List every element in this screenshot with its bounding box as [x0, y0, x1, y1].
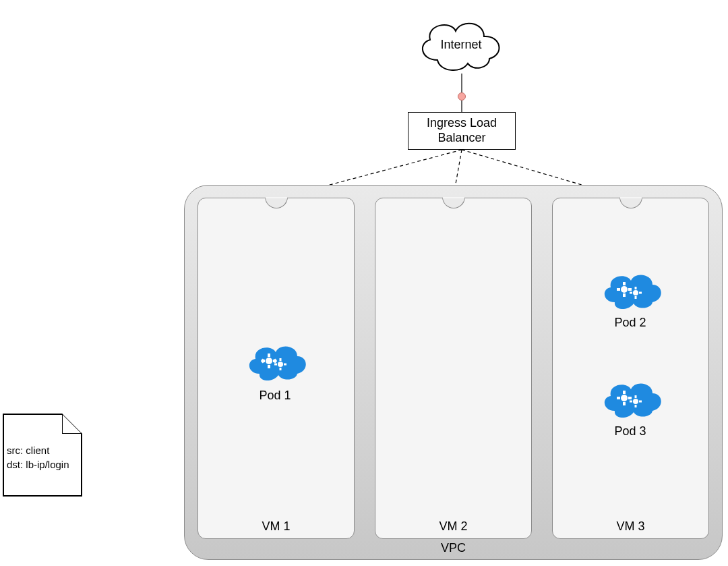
svg-rect-28 [639, 292, 642, 294]
pod-2-cloud-icon [599, 270, 662, 309]
svg-rect-37 [630, 401, 632, 403]
svg-rect-33 [628, 397, 632, 399]
svg-point-14 [278, 362, 283, 367]
svg-rect-22 [617, 288, 620, 291]
packet-note: src: client dst: lb-ip/login [3, 414, 82, 497]
svg-rect-16 [280, 368, 282, 370]
svg-rect-6 [268, 353, 270, 357]
vm-2-label: VM 2 [375, 519, 532, 559]
svg-rect-35 [635, 395, 637, 398]
svg-point-29 [621, 395, 628, 401]
svg-rect-25 [635, 287, 637, 289]
svg-point-19 [621, 286, 628, 293]
svg-rect-27 [630, 292, 632, 294]
vm-notch [265, 197, 288, 208]
pod-3-cloud-icon [599, 378, 662, 418]
note-line-2: dst: lb-ip/login [7, 457, 77, 472]
svg-rect-17 [274, 364, 277, 366]
svg-rect-15 [280, 358, 282, 361]
vm-1-label: VM 1 [198, 519, 355, 559]
pod-3-label: Pod 3 [597, 424, 664, 438]
svg-rect-7 [268, 365, 270, 368]
svg-point-24 [633, 290, 638, 295]
vm-notch [442, 197, 465, 208]
pod-1-cloud-icon [243, 341, 307, 380]
vm-3-label: VM 3 [552, 519, 709, 559]
note-line-1: src: client [7, 443, 77, 457]
ingress-load-balancer-label: Ingress Load Balancer [427, 116, 497, 145]
vm-notch [619, 197, 642, 208]
ingress-load-balancer-box: Ingress Load Balancer [408, 112, 516, 150]
svg-rect-32 [617, 397, 620, 399]
svg-rect-20 [623, 282, 626, 285]
svg-point-34 [633, 399, 638, 404]
pod-2-label: Pod 2 [597, 316, 664, 330]
svg-rect-31 [623, 402, 626, 405]
svg-point-5 [266, 358, 272, 364]
svg-rect-23 [628, 288, 632, 291]
connector-dot [458, 92, 466, 101]
svg-rect-36 [635, 405, 637, 407]
internet-cloud: Internet [414, 16, 508, 74]
pod-1-label: Pod 1 [241, 389, 309, 403]
vm-3-box [552, 198, 709, 539]
internet-label: Internet [414, 16, 508, 74]
svg-rect-21 [623, 293, 626, 297]
svg-rect-38 [639, 401, 642, 403]
svg-rect-26 [635, 296, 637, 299]
svg-rect-18 [284, 364, 286, 366]
svg-rect-30 [623, 391, 626, 394]
vm-2-box [375, 198, 532, 539]
